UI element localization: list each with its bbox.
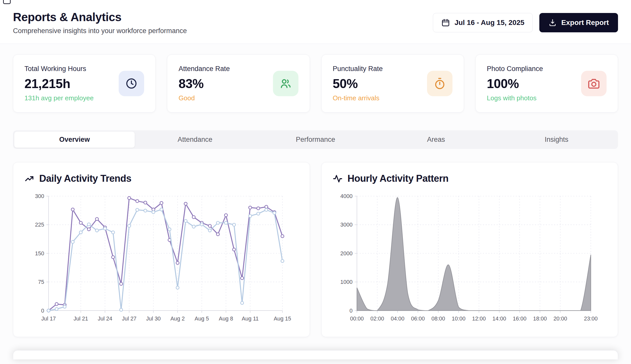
tab-insights[interactable]: Insights <box>496 132 617 148</box>
download-icon <box>548 19 557 27</box>
date-range-button[interactable]: Jul 16 - Aug 15, 2025 <box>433 13 533 32</box>
trend-up-icon <box>24 174 34 184</box>
stat-label: Photo Compliance <box>487 65 543 73</box>
svg-text:16:00: 16:00 <box>513 316 526 322</box>
stat-card-photo-compliance: Photo Compliance 100% Logs with photos <box>475 54 618 113</box>
clock-icon <box>119 71 144 96</box>
camera-icon <box>581 71 607 96</box>
svg-text:4000: 4000 <box>340 193 352 199</box>
svg-text:Jul 27: Jul 27 <box>122 316 136 322</box>
svg-text:14:00: 14:00 <box>492 316 506 322</box>
stat-label: Punctuality Rate <box>333 65 383 73</box>
stat-text: Photo Compliance 100% Logs with photos <box>487 65 543 102</box>
hourly-activity-pattern-chart: 00:0002:0004:0006:0008:0010:0012:0014:00… <box>333 191 607 328</box>
hourly-activity-pattern-card: Hourly Activity Pattern 00:0002:0004:000… <box>321 162 618 337</box>
tab-overview[interactable]: Overview <box>14 132 135 148</box>
stat-value: 83% <box>179 76 230 91</box>
svg-text:Aug 8: Aug 8 <box>219 316 233 322</box>
export-report-label: Export Report <box>561 19 609 27</box>
header-actions: Jul 16 - Aug 15, 2025 Export Report <box>433 13 618 32</box>
chart-header: Daily Activity Trends <box>24 173 298 184</box>
svg-text:08:00: 08:00 <box>431 316 445 322</box>
daily-activity-trends-card: Daily Activity Trends Jul 17Jul 21Jul 24… <box>13 162 310 337</box>
svg-text:Aug 2: Aug 2 <box>170 316 185 322</box>
stat-label: Total Working Hours <box>24 65 94 73</box>
stat-text: Punctuality Rate 50% On-time arrivals <box>333 65 383 102</box>
stat-subtext: 131h avg per employee <box>24 94 94 102</box>
svg-text:300: 300 <box>35 193 44 199</box>
svg-text:Aug 11: Aug 11 <box>242 316 259 322</box>
svg-text:0: 0 <box>349 308 352 314</box>
chart-title: Daily Activity Trends <box>39 173 131 184</box>
svg-text:225: 225 <box>35 222 44 228</box>
svg-text:Aug 5: Aug 5 <box>195 316 209 322</box>
chart-header: Hourly Activity Pattern <box>333 173 607 184</box>
date-range-label: Jul 16 - Aug 15, 2025 <box>455 19 524 27</box>
svg-text:Jul 21: Jul 21 <box>74 316 88 322</box>
stat-value: 100% <box>487 76 543 91</box>
header-titles: Reports & Analytics Comprehensive insigh… <box>13 10 187 35</box>
svg-text:20:00: 20:00 <box>553 316 567 322</box>
svg-text:1000: 1000 <box>340 279 352 285</box>
svg-text:Jul 17: Jul 17 <box>41 316 56 322</box>
stat-value: 50% <box>333 76 383 91</box>
stopwatch-icon <box>427 71 452 96</box>
svg-text:75: 75 <box>38 279 44 285</box>
svg-text:04:00: 04:00 <box>391 316 404 322</box>
stat-text: Attendance Rate 83% Good <box>179 65 230 102</box>
stat-card-attendance-rate: Attendance Rate 83% Good <box>167 54 310 113</box>
svg-text:02:00: 02:00 <box>370 316 384 322</box>
stat-subtext: Logs with photos <box>487 94 543 102</box>
chart-title: Hourly Activity Pattern <box>348 173 449 184</box>
svg-text:150: 150 <box>35 250 44 257</box>
main-content: Total Working Hours 21,215h 131h avg per… <box>0 54 631 359</box>
tab-areas[interactable]: Areas <box>376 132 496 148</box>
svg-text:06:00: 06:00 <box>411 316 425 322</box>
svg-text:2000: 2000 <box>340 250 352 257</box>
calendar-icon <box>441 18 450 27</box>
stat-text: Total Working Hours 21,215h 131h avg per… <box>24 65 94 102</box>
stats-row: Total Working Hours 21,215h 131h avg per… <box>13 54 618 113</box>
svg-text:3000: 3000 <box>340 222 352 228</box>
svg-text:10:00: 10:00 <box>452 316 465 322</box>
svg-text:12:00: 12:00 <box>472 316 486 322</box>
report-tabs: Overview Attendance Performance Areas In… <box>13 130 618 149</box>
activity-icon <box>333 174 342 184</box>
tab-attendance[interactable]: Attendance <box>135 132 255 148</box>
stat-subtext: Good <box>179 94 230 102</box>
svg-text:18:00: 18:00 <box>533 316 547 322</box>
stat-value: 21,215h <box>24 76 94 91</box>
charts-row: Daily Activity Trends Jul 17Jul 21Jul 24… <box>13 162 618 337</box>
tab-performance[interactable]: Performance <box>255 132 376 148</box>
svg-text:0: 0 <box>41 308 44 314</box>
page-title: Reports & Analytics <box>13 10 187 24</box>
svg-text:23:00: 23:00 <box>584 316 598 322</box>
svg-text:Jul 30: Jul 30 <box>146 316 161 322</box>
export-report-button[interactable]: Export Report <box>539 13 618 32</box>
daily-activity-trends-chart: Jul 17Jul 21Jul 24Jul 27Jul 30Aug 2Aug 5… <box>24 191 298 328</box>
next-section-card-edge <box>13 350 618 359</box>
stat-label: Attendance Rate <box>179 65 230 73</box>
stat-card-total-working-hours: Total Working Hours 21,215h 131h avg per… <box>13 54 156 113</box>
window-corner-icon <box>3 0 11 4</box>
page-subtitle: Comprehensive insights into your workfor… <box>13 27 187 35</box>
stat-card-punctuality-rate: Punctuality Rate 50% On-time arrivals <box>321 54 464 113</box>
svg-text:Jul 24: Jul 24 <box>98 316 112 322</box>
stat-subtext: On-time arrivals <box>333 94 383 102</box>
users-icon <box>273 71 298 96</box>
page-header: Reports & Analytics Comprehensive insigh… <box>0 0 631 44</box>
svg-text:00:00: 00:00 <box>350 316 364 322</box>
svg-text:Aug 15: Aug 15 <box>274 316 291 322</box>
